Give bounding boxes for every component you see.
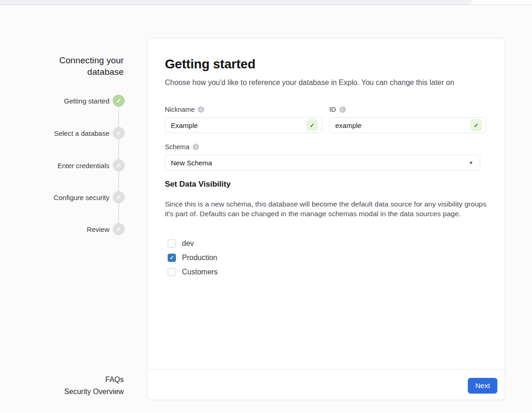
schema-select-value: New Schema bbox=[171, 159, 469, 167]
checkbox-unchecked[interactable] bbox=[168, 268, 176, 276]
nickname-input[interactable] bbox=[165, 117, 322, 133]
id-label-row: ID i bbox=[329, 106, 346, 113]
screen: Connecting your database Getting started… bbox=[0, 0, 532, 413]
check-icon: ✓ bbox=[310, 122, 315, 129]
info-glyph: i bbox=[342, 107, 343, 112]
schema-label-row: Schema i bbox=[165, 143, 199, 151]
info-icon[interactable]: i bbox=[193, 144, 199, 150]
check-icon: ✓ bbox=[116, 162, 121, 169]
step-label-review[interactable]: Review bbox=[87, 225, 109, 233]
nickname-label-row: Nickname i bbox=[165, 106, 204, 113]
step-label-configure-security[interactable]: Configure security bbox=[54, 194, 109, 201]
check-icon: ✓ bbox=[116, 226, 121, 232]
checkbox-label: dev bbox=[182, 239, 194, 248]
security-overview-link[interactable]: Security Overview bbox=[64, 388, 124, 396]
checkbox-checked[interactable]: ✓ bbox=[168, 254, 176, 262]
step-check-icon[interactable]: ✓ bbox=[113, 223, 125, 235]
chevron-down-icon: ▼ bbox=[469, 160, 473, 165]
step-label-getting-started[interactable]: Getting started bbox=[64, 97, 109, 105]
checkbox-label: Customers bbox=[182, 268, 218, 276]
checkbox-label: Production bbox=[182, 254, 218, 262]
card-footer-divider bbox=[147, 369, 505, 370]
page-title: Getting started bbox=[165, 57, 255, 72]
nickname-label: Nickname bbox=[165, 106, 194, 113]
checkbox-unchecked[interactable] bbox=[168, 239, 176, 248]
check-icon: ✓ bbox=[116, 194, 121, 200]
visibility-group-customers[interactable]: Customers bbox=[168, 268, 218, 276]
faqs-link[interactable]: FAQs bbox=[105, 376, 124, 384]
getting-started-card: Getting started Choose how you'd like to… bbox=[147, 38, 505, 400]
data-visibility-heading: Set Data Visibility bbox=[165, 180, 230, 189]
browser-chrome-strip bbox=[0, 0, 472, 5]
step-check-icon[interactable]: ✓ bbox=[113, 159, 125, 171]
nickname-valid-badge: ✓ bbox=[306, 119, 318, 131]
info-glyph: i bbox=[200, 107, 202, 112]
data-visibility-description: Since this is a new schema, this databas… bbox=[165, 199, 488, 219]
id-label: ID bbox=[329, 106, 336, 113]
id-valid-badge: ✓ bbox=[470, 119, 482, 131]
step-label-enter-credentials[interactable]: Enter credentials bbox=[57, 162, 109, 170]
step-check-icon[interactable]: ✓ bbox=[113, 95, 125, 107]
step-check-icon[interactable]: ✓ bbox=[113, 127, 125, 139]
info-glyph: i bbox=[195, 145, 197, 149]
visibility-group-production[interactable]: ✓ Production bbox=[168, 254, 218, 262]
wizard-title: Connecting your database bbox=[22, 55, 124, 78]
next-button[interactable]: Next bbox=[468, 378, 497, 394]
check-icon: ✓ bbox=[116, 130, 121, 136]
id-input[interactable] bbox=[329, 117, 486, 133]
schema-select[interactable]: New Schema ▼ bbox=[165, 155, 480, 170]
check-icon: ✓ bbox=[116, 97, 121, 104]
info-icon[interactable]: i bbox=[198, 106, 204, 113]
page-subtitle: Choose how you'd like to reference your … bbox=[165, 79, 488, 87]
step-check-icon[interactable]: ✓ bbox=[113, 191, 125, 203]
check-icon: ✓ bbox=[169, 255, 174, 261]
wizard-sidebar: Connecting your database Getting started… bbox=[0, 5, 147, 413]
step-label-select-database[interactable]: Select a database bbox=[54, 129, 109, 137]
schema-label: Schema bbox=[165, 143, 189, 151]
info-icon[interactable]: i bbox=[339, 106, 346, 113]
visibility-group-dev[interactable]: dev bbox=[168, 239, 194, 248]
check-icon: ✓ bbox=[474, 122, 479, 129]
